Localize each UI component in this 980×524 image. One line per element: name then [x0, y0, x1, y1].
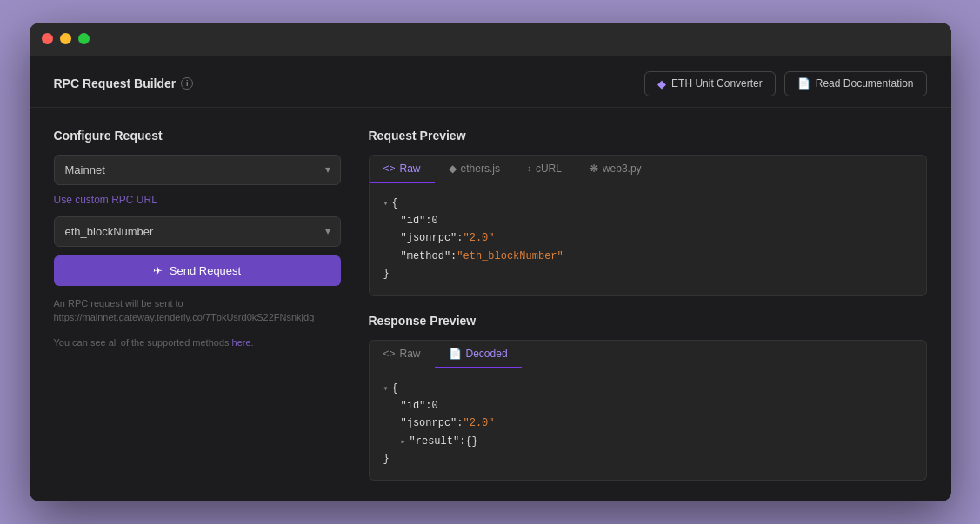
curl-icon: ›	[528, 163, 531, 175]
right-panel: Request Preview <> Raw ◆ ethers.js › cU	[369, 129, 927, 481]
app-header: RPC Request Builder i ◆ ETH Unit Convert…	[30, 56, 951, 108]
resp-code-line-result: ▸ "result" : {}	[383, 433, 912, 450]
send-icon: ✈	[153, 264, 163, 277]
method-select[interactable]: eth_blockNumber eth_getBalance eth_call …	[54, 216, 341, 247]
method-select-wrapper: eth_blockNumber eth_getBalance eth_call …	[54, 216, 341, 247]
tab-raw-request[interactable]: <> Raw	[370, 156, 435, 183]
request-preview-section: Request Preview <> Raw ◆ ethers.js › cU	[369, 129, 927, 296]
web3py-icon: ❋	[590, 163, 598, 175]
toggle-icon[interactable]: ▾	[383, 196, 389, 211]
resp-code-line-jsonrpc: "jsonrpc" : "2.0"	[383, 415, 912, 432]
tab-decoded-response[interactable]: 📄 Decoded	[435, 341, 522, 368]
info-icon[interactable]: i	[181, 77, 193, 90]
tab-curl[interactable]: › cURL	[514, 156, 576, 183]
app-title-group: RPC Request Builder i	[54, 76, 194, 90]
request-preview-title: Request Preview	[369, 129, 927, 143]
resp-code-line-id: "id" : 0	[383, 397, 912, 415]
custom-rpc-link[interactable]: Use custom RPC URL	[54, 194, 341, 206]
ethers-icon: ◆	[449, 163, 457, 175]
hint-text-2: You can see all of the supported methods…	[54, 335, 341, 350]
send-request-button[interactable]: ✈ Send Request	[54, 255, 341, 286]
code-line-method: "method" : "eth_blockNumber"	[383, 248, 912, 265]
eth-converter-button[interactable]: ◆ ETH Unit Converter	[644, 71, 776, 96]
response-tabs-bar: <> Raw 📄 Decoded	[369, 340, 927, 368]
response-preview-section: Response Preview <> Raw 📄 Decoded	[369, 314, 927, 481]
response-preview-title: Response Preview	[369, 314, 927, 328]
code-line-id: "id" : 0	[383, 212, 912, 229]
request-tabs-bar: <> Raw ◆ ethers.js › cURL ❋	[369, 155, 927, 182]
doc-icon: 📄	[797, 77, 810, 90]
response-code-block: ▾ { "id" : 0 "jsonrpc" : "2.0"	[369, 368, 927, 481]
main-window: RPC Request Builder i ◆ ETH Unit Convert…	[30, 23, 951, 502]
code-line-jsonrpc: "jsonrpc" : "2.0"	[383, 229, 912, 247]
hint-text-1: An RPC request will be sent to https://m…	[54, 296, 341, 325]
header-actions: ◆ ETH Unit Converter 📄 Read Documentatio…	[644, 71, 926, 96]
tab-raw-response[interactable]: <> Raw	[370, 341, 435, 368]
code-line-open: ▾ {	[383, 195, 912, 212]
read-docs-button[interactable]: 📄 Read Documentation	[784, 71, 927, 96]
result-toggle-icon[interactable]: ▸	[401, 434, 406, 449]
code-line-close: }	[383, 265, 912, 282]
resp-code-line-close: }	[383, 450, 912, 468]
raw-response-icon: <>	[383, 348, 396, 360]
left-panel: Configure Request Mainnet Goerli Sepolia…	[54, 129, 341, 481]
raw-icon: <>	[383, 163, 396, 175]
close-dot[interactable]	[42, 33, 53, 44]
resp-toggle-icon[interactable]: ▾	[383, 381, 389, 396]
tab-ethers[interactable]: ◆ ethers.js	[435, 156, 514, 183]
supported-methods-link[interactable]: here	[232, 337, 251, 348]
configure-title: Configure Request	[54, 129, 341, 143]
resp-code-line-open: ▾ {	[383, 380, 912, 397]
page-title: RPC Request Builder	[54, 76, 177, 90]
network-select[interactable]: Mainnet Goerli Sepolia Polygon	[54, 155, 341, 185]
main-content: Configure Request Mainnet Goerli Sepolia…	[30, 108, 951, 502]
titlebar	[30, 23, 951, 56]
network-select-wrapper: Mainnet Goerli Sepolia Polygon	[54, 155, 341, 185]
tab-web3py[interactable]: ❋ web3.py	[576, 156, 656, 183]
app-body: RPC Request Builder i ◆ ETH Unit Convert…	[30, 56, 951, 502]
eth-icon: ◆	[657, 77, 666, 90]
request-code-block: ▾ { "id" : 0 "jsonrpc" : "2.0"	[369, 182, 927, 296]
maximize-dot[interactable]	[78, 33, 90, 44]
minimize-dot[interactable]	[60, 33, 71, 44]
decoded-icon: 📄	[449, 348, 462, 360]
